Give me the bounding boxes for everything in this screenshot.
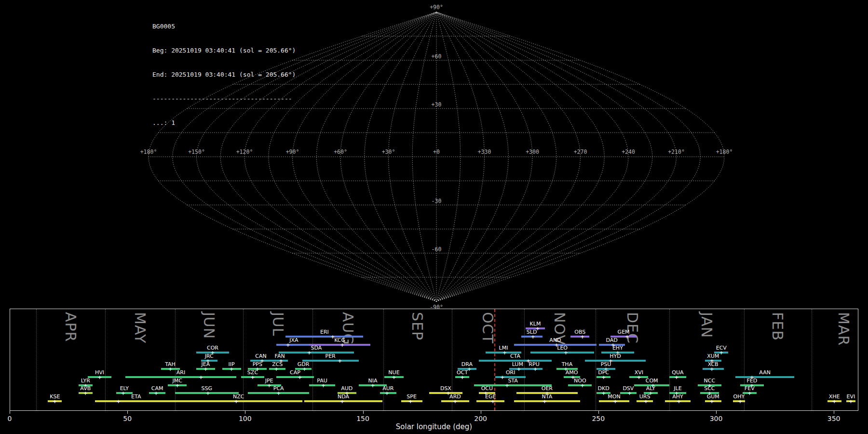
x-axis-tick bbox=[245, 411, 245, 414]
x-axis-tick bbox=[363, 411, 364, 414]
shower-bar bbox=[279, 352, 354, 353]
month-label: JAN bbox=[698, 312, 715, 338]
shower-peak-marker: + bbox=[710, 366, 714, 372]
shower-peak-marker: + bbox=[581, 333, 584, 339]
skymap-longitude-label: +180° bbox=[716, 149, 733, 155]
shower-peak-marker: + bbox=[274, 366, 278, 372]
shower-peak-marker: + bbox=[503, 350, 507, 356]
shower-code-label: ORI bbox=[506, 370, 515, 375]
shower-peak-marker: + bbox=[602, 374, 606, 380]
shower-peak-marker: + bbox=[83, 390, 87, 396]
shower-peak-marker: + bbox=[453, 398, 457, 405]
month-label: SEP bbox=[409, 312, 426, 340]
shower-peak-marker: + bbox=[719, 350, 723, 356]
shower-peak-marker: + bbox=[286, 341, 290, 348]
shower-peak-marker: + bbox=[234, 398, 238, 405]
x-axis-tick-label: 150 bbox=[356, 415, 369, 422]
shower-peak-marker: + bbox=[168, 366, 172, 372]
shower-peak-marker: + bbox=[637, 374, 641, 380]
skymap-longitude-label: +330 bbox=[478, 149, 491, 155]
month-label: MAY bbox=[132, 312, 149, 343]
shower-peak-marker: + bbox=[501, 374, 504, 380]
shower-peak-marker: + bbox=[627, 390, 631, 396]
shower-bar bbox=[302, 360, 359, 362]
x-axis-tick bbox=[481, 411, 481, 414]
x-axis-tick-label: 200 bbox=[474, 415, 487, 422]
skymap-longitude-label: +90° bbox=[286, 149, 299, 155]
shower-bar bbox=[514, 400, 580, 402]
count-line: ...: 1 bbox=[152, 119, 296, 127]
shower-peak-marker: + bbox=[302, 366, 306, 372]
month-gridline bbox=[175, 309, 176, 410]
shower-peak-marker: + bbox=[154, 390, 158, 396]
shower-code-label: ARI bbox=[176, 370, 185, 375]
shower-peak-marker: + bbox=[307, 350, 311, 356]
shower-bar bbox=[585, 360, 646, 362]
shower-peak-marker: + bbox=[267, 382, 271, 388]
shower-code-label: ETA bbox=[131, 394, 141, 399]
sky-map: +180°+150°+120°+90°+60°+30°+0+330+300+27… bbox=[0, 0, 868, 309]
shower-bar bbox=[95, 400, 177, 402]
x-axis-tick-label: 300 bbox=[710, 415, 723, 422]
shower-peak-marker: + bbox=[675, 374, 678, 380]
x-axis-tick bbox=[716, 411, 717, 414]
shower-code-label: ERI bbox=[320, 329, 329, 335]
month-gridline bbox=[669, 309, 670, 410]
shower-peak-marker: + bbox=[531, 333, 535, 339]
skymap-longitude-label: +60° bbox=[334, 149, 347, 155]
shower-peak-marker: + bbox=[277, 390, 281, 396]
shower-peak-marker: + bbox=[581, 382, 584, 388]
shower-code-label: JXA bbox=[289, 338, 298, 343]
skymap-latitude-label: +30 bbox=[432, 101, 442, 108]
shower-peak-marker: + bbox=[832, 398, 836, 405]
shower-peak-marker: + bbox=[338, 358, 342, 364]
radiant-map-screen: +180°+150°+120°+90°+60°+30°+0+330+300+27… bbox=[0, 0, 868, 434]
x-axis-tick-label: 0 bbox=[8, 415, 12, 422]
end-time-line: End: 20251019 03:40:41 (sol = 205.66°) bbox=[152, 71, 296, 79]
shower-peak-marker: + bbox=[677, 398, 681, 405]
shower-peak-marker: + bbox=[117, 398, 121, 405]
shower-bar bbox=[735, 376, 794, 378]
x-axis-tick-label: 50 bbox=[123, 415, 132, 422]
month-label: OCT bbox=[479, 312, 496, 344]
shower-peak-marker: + bbox=[564, 350, 568, 356]
shower-code-label: SDA bbox=[311, 345, 322, 351]
shower-peak-marker: + bbox=[738, 398, 742, 405]
skymap-longitude-label: +180° bbox=[140, 149, 157, 155]
shower-peak-marker: + bbox=[371, 382, 375, 388]
shower-bar bbox=[276, 344, 312, 346]
month-label: FEB bbox=[769, 312, 786, 341]
header-divider: ------------------------------------- bbox=[152, 95, 296, 103]
x-axis-tick bbox=[10, 411, 10, 414]
shower-peak-marker: + bbox=[199, 374, 203, 380]
shower-peak-marker: + bbox=[543, 398, 547, 405]
shower-peak-marker: + bbox=[53, 398, 57, 405]
month-label: JUL bbox=[270, 312, 286, 337]
skymap-latitude-label: -30 bbox=[432, 198, 442, 204]
skymap-latitude-label: -90° bbox=[430, 304, 443, 309]
shower-peak-marker: + bbox=[98, 374, 102, 380]
shower-code-label: AAN bbox=[759, 370, 771, 375]
skymap-meridian bbox=[365, 12, 436, 301]
shower-peak-marker: + bbox=[203, 366, 207, 372]
shower-peak-marker: + bbox=[747, 390, 751, 396]
skymap-longitude-label: +210° bbox=[668, 149, 685, 155]
shower-bar bbox=[530, 352, 594, 353]
x-axis-tick-label: 100 bbox=[239, 415, 252, 422]
shower-peak-marker: + bbox=[613, 398, 617, 405]
shower-peak-marker: + bbox=[340, 341, 344, 348]
skymap-latitude-label: -60 bbox=[432, 246, 442, 253]
shower-peak-marker: + bbox=[625, 333, 629, 339]
shower-bar bbox=[175, 400, 302, 402]
shower-peak-marker: + bbox=[491, 398, 495, 405]
timeline-panel: APRMAYJUNJULAUGSEPOCTNOVDECJANFEBMARKLM+… bbox=[10, 309, 858, 411]
shower-peak-marker: + bbox=[392, 374, 396, 380]
observation-header: BG0005 Beg: 20251019 03:40:41 (sol = 205… bbox=[152, 7, 296, 143]
shower-peak-marker: + bbox=[602, 390, 606, 396]
shower-peak-marker: + bbox=[298, 374, 302, 380]
month-gridline bbox=[105, 309, 106, 410]
x-axis-tick bbox=[127, 411, 128, 414]
skymap-longitude-label: +150° bbox=[188, 149, 205, 155]
month-label: JUN bbox=[201, 312, 217, 339]
shower-peak-marker: + bbox=[467, 366, 471, 372]
